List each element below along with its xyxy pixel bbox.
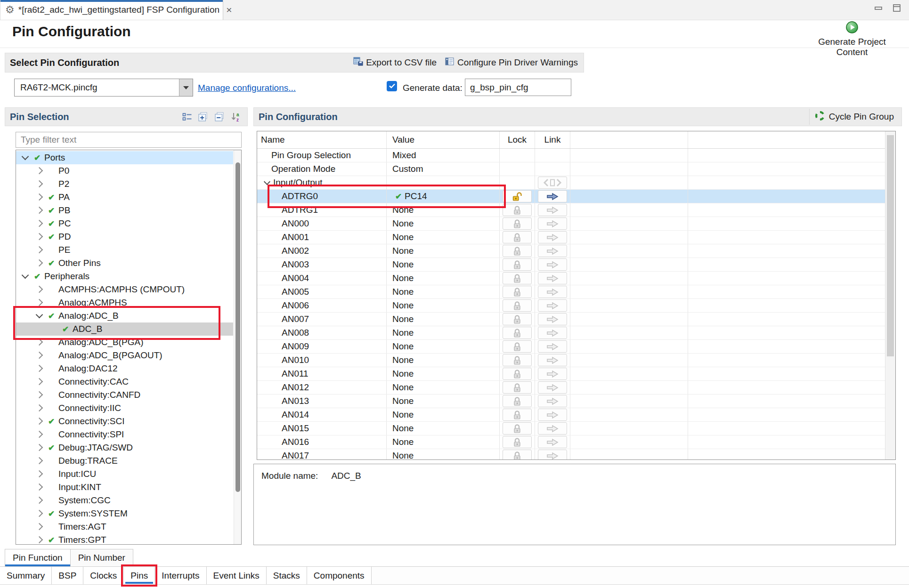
pin-row-an006[interactable]: AN006None xyxy=(257,299,895,313)
lock-icon[interactable] xyxy=(503,381,532,394)
close-icon[interactable]: × xyxy=(226,4,232,16)
tree-item-ports[interactable]: ✔Ports xyxy=(16,151,233,164)
unlock-icon[interactable] xyxy=(503,190,532,202)
chevron-right-icon[interactable] xyxy=(33,485,45,490)
tab-bsp[interactable]: BSP xyxy=(52,567,83,584)
tree-item-analog-dac12[interactable]: Analog:DAC12 xyxy=(16,362,233,375)
tree-item-system-cgc[interactable]: System:CGC xyxy=(16,494,233,507)
lock-icon[interactable] xyxy=(503,422,532,435)
manage-configurations-link[interactable]: Manage configurations... xyxy=(198,83,296,93)
link-arrow-icon[interactable] xyxy=(538,368,567,380)
lock-icon[interactable] xyxy=(503,340,532,353)
pin-row-operation-mode[interactable]: Operation ModeCustom xyxy=(257,162,895,176)
tree-item-peripherals[interactable]: ✔Peripherals xyxy=(16,270,233,283)
chevron-right-icon[interactable] xyxy=(33,354,45,358)
tree-item-connectivity-spi[interactable]: Connectivity:SPI xyxy=(16,428,233,441)
tab-pin-number[interactable]: Pin Number xyxy=(71,549,133,566)
tree-item-analog-acmphs[interactable]: Analog:ACMPHS xyxy=(16,296,233,309)
pin-row-an003[interactable]: AN003None xyxy=(257,258,895,272)
link-arrow-icon[interactable] xyxy=(538,299,567,312)
lock-icon[interactable] xyxy=(503,436,532,448)
tree-item-pe[interactable]: PE xyxy=(16,243,233,257)
lock-icon[interactable] xyxy=(503,450,532,460)
link-arrow-icon[interactable] xyxy=(538,327,567,339)
tab-pin-function[interactable]: Pin Function xyxy=(5,549,71,566)
pin-row-pin-group-selection[interactable]: Pin Group SelectionMixed xyxy=(257,149,895,162)
pin-row-an001[interactable]: AN001None xyxy=(257,231,895,244)
chevron-right-icon[interactable] xyxy=(33,406,45,411)
lock-icon[interactable] xyxy=(503,204,532,216)
link-arrow-icon[interactable] xyxy=(538,409,567,421)
pin-configuration-combobox[interactable]: RA6T2-MCK.pincfg xyxy=(14,79,193,97)
lock-icon[interactable] xyxy=(503,299,532,312)
chevron-right-icon[interactable] xyxy=(33,459,45,463)
link-arrow-icon[interactable] xyxy=(538,381,567,394)
chevron-right-icon[interactable] xyxy=(33,222,45,226)
collapse-all-icon[interactable] xyxy=(214,112,225,122)
cycle-pins-icon[interactable] xyxy=(538,177,567,189)
chevron-right-icon[interactable] xyxy=(33,169,45,173)
chevron-right-icon[interactable] xyxy=(33,433,45,437)
link-arrow-icon[interactable] xyxy=(538,204,567,216)
sort-az-icon[interactable]: a z xyxy=(231,112,242,122)
chevron-right-icon[interactable] xyxy=(33,340,45,345)
tree-filter-input[interactable] xyxy=(16,132,242,148)
lock-icon[interactable] xyxy=(503,409,532,421)
chevron-right-icon[interactable] xyxy=(33,538,45,542)
lock-icon[interactable] xyxy=(503,231,532,243)
tree-item-analog-adc-b-pga[interactable]: Analog:ADC_B(PGA) xyxy=(16,336,233,349)
chevron-right-icon[interactable] xyxy=(33,446,45,450)
table-scrollbar[interactable] xyxy=(885,131,895,459)
tree-item-debug-jtag-swd[interactable]: ✔Debug:JTAG/SWD xyxy=(16,441,233,454)
chevron-right-icon[interactable] xyxy=(33,209,45,213)
tree-item-timers-gpt[interactable]: ✔Timers:GPT xyxy=(16,533,233,545)
link-arrow-icon[interactable] xyxy=(538,272,567,284)
chevron-down-icon[interactable] xyxy=(19,156,31,159)
chevron-right-icon[interactable] xyxy=(33,367,45,371)
chevron-right-icon[interactable] xyxy=(33,182,45,186)
pin-row-an012[interactable]: AN012None xyxy=(257,381,895,395)
chevron-right-icon[interactable] xyxy=(33,393,45,397)
tab-fsp-configuration[interactable]: ⚙ *[ra6t2_adc_hwi_gettingstarted] FSP Co… xyxy=(0,0,223,20)
expand-all-icon[interactable] xyxy=(198,112,209,122)
link-arrow-icon[interactable] xyxy=(538,313,567,325)
pin-row-an008[interactable]: AN008None xyxy=(257,326,895,340)
chevron-right-icon[interactable] xyxy=(33,261,45,266)
lock-icon[interactable] xyxy=(503,354,532,366)
chevron-right-icon[interactable] xyxy=(33,248,45,252)
chevron-right-icon[interactable] xyxy=(33,380,45,384)
link-arrow-icon[interactable] xyxy=(538,190,567,202)
chevron-down-icon[interactable] xyxy=(179,79,193,96)
generate-project-content-button[interactable]: Generate Project Content xyxy=(803,21,901,57)
lock-icon[interactable] xyxy=(503,258,532,271)
tree-item-p2[interactable]: P2 xyxy=(16,177,233,191)
link-arrow-icon[interactable] xyxy=(538,217,567,230)
tab-summary[interactable]: Summary xyxy=(0,567,52,584)
tab-stacks[interactable]: Stacks xyxy=(267,567,307,584)
pin-row-an005[interactable]: AN005None xyxy=(257,285,895,299)
tab-pins[interactable]: Pins xyxy=(124,567,155,584)
tree-item-system-system[interactable]: ✔System:SYSTEM xyxy=(16,507,233,520)
tree-item-connectivity-sci[interactable]: ✔Connectivity:SCI xyxy=(16,415,233,428)
chevron-right-icon[interactable] xyxy=(33,525,45,529)
lock-icon[interactable] xyxy=(503,313,532,325)
link-arrow-icon[interactable] xyxy=(538,354,567,366)
chevron-right-icon[interactable] xyxy=(33,235,45,239)
tree-item-pc[interactable]: ✔PC xyxy=(16,217,233,230)
link-arrow-icon[interactable] xyxy=(538,395,567,407)
lock-icon[interactable] xyxy=(503,327,532,339)
generate-data-input[interactable] xyxy=(465,79,571,96)
list-view-icon[interactable] xyxy=(182,113,192,121)
tab-event-links[interactable]: Event Links xyxy=(207,567,267,584)
maximize-icon[interactable] xyxy=(892,4,901,12)
tree-scrollbar[interactable] xyxy=(234,150,241,544)
pin-row-an010[interactable]: AN010None xyxy=(257,354,895,367)
tree-item-p0[interactable]: P0 xyxy=(16,164,233,177)
pin-row-an009[interactable]: AN009None xyxy=(257,340,895,354)
tree-item-input-kint[interactable]: Input:KINT xyxy=(16,481,233,494)
lock-icon[interactable] xyxy=(503,395,532,407)
link-arrow-icon[interactable] xyxy=(538,450,567,460)
generate-data-checkbox[interactable] xyxy=(387,81,397,91)
tree-item-adc-b[interactable]: ✔ADC_B xyxy=(16,322,233,336)
link-arrow-icon[interactable] xyxy=(538,340,567,353)
